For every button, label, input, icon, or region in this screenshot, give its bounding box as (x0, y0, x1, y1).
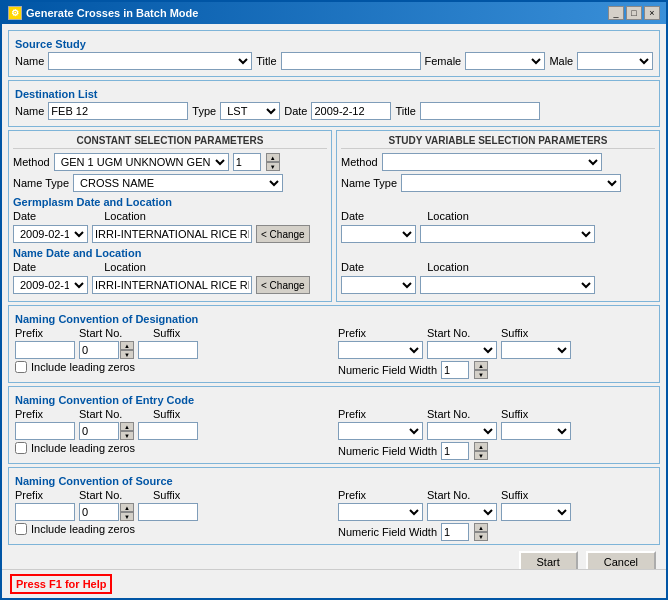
dest-date-input[interactable] (311, 102, 391, 120)
entry-nfw-input[interactable] (441, 442, 469, 460)
desg-left-prefix[interactable] (15, 341, 75, 359)
male-select[interactable] (577, 52, 653, 70)
germ-location-input[interactable] (92, 225, 252, 243)
source-suffix-h: Suffix (153, 489, 180, 501)
desg-leading-zeros-check[interactable] (15, 361, 27, 373)
desg-nfw-spin-down[interactable]: ▼ (474, 370, 488, 379)
source-name-select[interactable] (48, 52, 252, 70)
action-buttons-row: Start Cancel (8, 551, 660, 569)
nd-date-select[interactable]: 2009-02-12 (13, 276, 88, 294)
source-left-inputs: ▲ ▼ (15, 503, 330, 521)
const-method-spin-up[interactable]: ▲ (266, 153, 280, 162)
const-nametype-select[interactable]: CROSS NAME (73, 174, 283, 192)
entry-right-suffix-select[interactable] (501, 422, 571, 440)
dest-name-input[interactable] (48, 102, 188, 120)
entry-left-inputs: ▲ ▼ (15, 422, 330, 440)
selection-params-panels: CONSTANT SELECTION PARAMETERS Method GEN… (8, 130, 660, 302)
desg-right-startno-select[interactable] (427, 341, 497, 359)
entry-leading-zeros-check[interactable] (15, 442, 27, 454)
desg-right-prefix-select[interactable] (338, 341, 423, 359)
desg-prefix-header: Prefix (15, 327, 75, 339)
source-left-startno[interactable] (79, 503, 119, 521)
source-nfw-spin-down[interactable]: ▼ (474, 532, 488, 541)
source-left-suffix[interactable] (138, 503, 198, 521)
var-germ-date-select[interactable] (341, 225, 416, 243)
source-study-row: Name Title Female Male (15, 52, 653, 70)
desg-left-suffix[interactable] (138, 341, 198, 359)
const-method-select[interactable]: GEN 1 UGM UNKNOWN GENERATIVE M (54, 153, 229, 171)
entry-right-startno-select[interactable] (427, 422, 497, 440)
dest-title-label: Title (395, 105, 415, 117)
source-leading-zeros-check[interactable] (15, 523, 27, 535)
entry-left-prefix[interactable] (15, 422, 75, 440)
dest-title-input[interactable] (420, 102, 540, 120)
start-button[interactable]: Start (519, 551, 578, 569)
title-controls: _ □ × (608, 6, 660, 20)
germplasm-label: Germplasm Date and Location (13, 196, 327, 208)
desg-startno-header: Start No. (79, 327, 149, 339)
male-label: Male (549, 55, 573, 67)
source-nfw-spin-up[interactable]: ▲ (474, 523, 488, 532)
desg-left-startno[interactable] (79, 341, 119, 359)
desg-leading-zeros-label: Include leading zeros (31, 361, 135, 373)
entry-startno-header: Start No. (79, 408, 149, 420)
minimize-button[interactable]: _ (608, 6, 624, 20)
germ-change-button[interactable]: < Change (256, 225, 310, 243)
var-nd-date-select[interactable] (341, 276, 416, 294)
desg-left-spin-up[interactable]: ▲ (120, 341, 134, 350)
source-nfw-input[interactable] (441, 523, 469, 541)
entry-nfw-spin-up[interactable]: ▲ (474, 442, 488, 451)
germ-date-select[interactable]: 2009-02-12 (13, 225, 88, 243)
window-icon: ⚙ (8, 6, 22, 20)
name-date-section: Name Date and Location Date Location 200… (13, 247, 327, 294)
var-nd-location-select[interactable] (420, 276, 595, 294)
entry-right-headers: Prefix Start No. Suffix (338, 408, 653, 420)
source-right-startno-select[interactable] (427, 503, 497, 521)
source-right-suffix-h: Suffix (501, 489, 528, 501)
source-right-prefix-select[interactable] (338, 503, 423, 521)
window-title: Generate Crosses in Batch Mode (26, 7, 198, 19)
cancel-button[interactable]: Cancel (586, 551, 656, 569)
desg-right-suffix-select[interactable] (501, 341, 571, 359)
female-select[interactable] (465, 52, 545, 70)
constant-method-row: Method GEN 1 UGM UNKNOWN GENERATIVE M ▲ … (13, 153, 327, 171)
entry-nfw-spin-down[interactable]: ▼ (474, 451, 488, 460)
const-method-spin-down[interactable]: ▼ (266, 162, 280, 171)
entry-left-suffix[interactable] (138, 422, 198, 440)
entry-right: Prefix Start No. Suffix Numeric Field Wi… (338, 408, 653, 460)
destination-list-section: Destination List Name Type LST Date Titl… (8, 80, 660, 127)
const-nametype-label: Name Type (13, 177, 69, 189)
entry-left-startno[interactable] (79, 422, 119, 440)
var-method-select[interactable] (382, 153, 602, 171)
dest-type-select[interactable]: LST (220, 102, 280, 120)
desg-nfw-spin-up[interactable]: ▲ (474, 361, 488, 370)
main-window: ⚙ Generate Crosses in Batch Mode _ □ × S… (0, 0, 668, 600)
var-germ-location-select[interactable] (420, 225, 595, 243)
variable-params-header: STUDY VARIABLE SELECTION PARAMETERS (341, 135, 655, 149)
maximize-button[interactable]: □ (626, 6, 642, 20)
const-method-num[interactable] (233, 153, 261, 171)
const-method-label: Method (13, 156, 50, 168)
help-text: Press F1 for Help (10, 574, 112, 594)
source-title-input[interactable] (281, 52, 421, 70)
source-left-spin-up[interactable]: ▲ (120, 503, 134, 512)
germplasm-section: Germplasm Date and Location Date Locatio… (13, 196, 327, 243)
nd-change-button[interactable]: < Change (256, 276, 310, 294)
source-leading-zeros-row: Include leading zeros (15, 523, 330, 535)
entry-left-spin-up[interactable]: ▲ (120, 422, 134, 431)
entry-left-spinner: ▲ ▼ (120, 422, 134, 440)
source-right-headers: Prefix Start No. Suffix (338, 489, 653, 501)
nd-location-input[interactable] (92, 276, 252, 294)
main-content: Source Study Name Title Female Male Dest… (2, 24, 666, 569)
desg-left-spin-down[interactable]: ▼ (120, 350, 134, 359)
var-method-label: Method (341, 156, 378, 168)
close-button[interactable]: × (644, 6, 660, 20)
source-left-spin-down[interactable]: ▼ (120, 512, 134, 521)
var-nametype-select[interactable] (401, 174, 621, 192)
desg-right-headers: Prefix Start No. Suffix (338, 327, 653, 339)
entry-left-spin-down[interactable]: ▼ (120, 431, 134, 440)
desg-nfw-input[interactable] (441, 361, 469, 379)
source-right-suffix-select[interactable] (501, 503, 571, 521)
entry-right-prefix-select[interactable] (338, 422, 423, 440)
source-left-prefix[interactable] (15, 503, 75, 521)
